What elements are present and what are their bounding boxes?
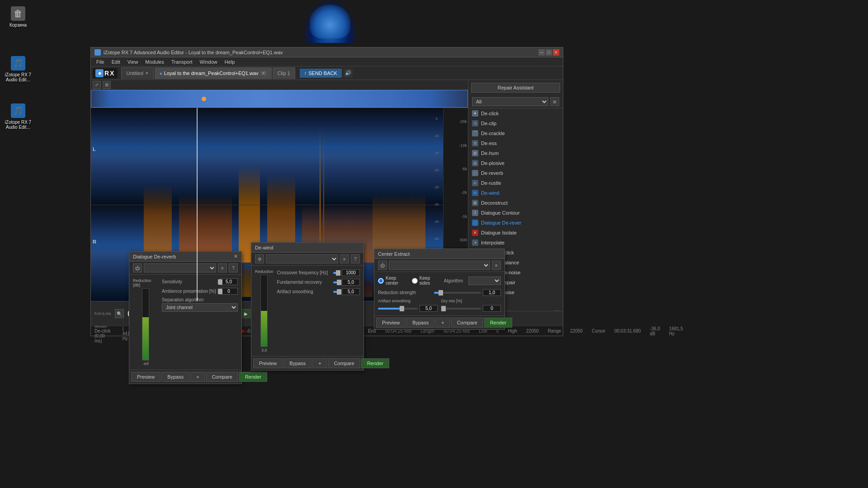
ce-artifact-slider[interactable] bbox=[378, 308, 418, 310]
ddr-help-button[interactable]: ? bbox=[229, 263, 238, 272]
module-item-interpolate[interactable]: ⌖ Interpolate bbox=[468, 238, 563, 248]
ce-artifact-value[interactable]: 5,0 bbox=[420, 305, 438, 312]
ce-reduction-value[interactable]: 1,0 bbox=[483, 289, 501, 296]
play-button[interactable]: ▶ bbox=[241, 309, 250, 318]
dw-crossover-thumb[interactable] bbox=[336, 270, 340, 276]
tool-time[interactable]: ⊞ bbox=[103, 81, 111, 89]
dw-crossover-value[interactable]: 1000 bbox=[342, 269, 360, 276]
zoom-tool[interactable]: 🔍 bbox=[115, 309, 124, 318]
ddr-preset-select[interactable] bbox=[144, 263, 216, 272]
dw-artifact-thumb[interactable] bbox=[337, 289, 341, 295]
module-item-dialogue-de-rever[interactable]: ◌ Dialogue De-rever bbox=[468, 218, 563, 228]
ddr-add-button[interactable]: + bbox=[190, 372, 205, 382]
menu-edit[interactable]: Edit bbox=[108, 58, 124, 66]
module-item-de-ess[interactable]: S De-ess bbox=[468, 138, 563, 148]
ddr-render-button[interactable]: Render bbox=[239, 372, 267, 382]
ce-algorithm-select[interactable] bbox=[468, 277, 501, 285]
dw-add-button[interactable]: + bbox=[312, 358, 327, 368]
ce-render-button[interactable]: Render bbox=[484, 318, 512, 328]
module-item-de-click[interactable]: ✦ De-click bbox=[468, 108, 563, 118]
close-button[interactable]: ✕ bbox=[553, 49, 559, 56]
module-item-deconstruct[interactable]: ⊞ Deconstruct bbox=[468, 198, 563, 208]
ce-compare-button[interactable]: Compare bbox=[451, 318, 483, 328]
de-clip-label: De-clip bbox=[481, 121, 496, 126]
ddr-menu-button[interactable]: ≡ bbox=[218, 263, 227, 272]
tab-clip1[interactable]: Clip 1 bbox=[273, 67, 295, 79]
tool-select[interactable]: ⤢ bbox=[93, 81, 101, 89]
minimize-button[interactable]: ─ bbox=[538, 49, 545, 56]
menu-window[interactable]: Window bbox=[196, 58, 221, 66]
module-item-de-crackle[interactable]: ⌒ De-crackle bbox=[468, 128, 563, 138]
dw-bypass-button[interactable]: Bypass bbox=[283, 358, 311, 368]
ddr-power-button[interactable]: ⏻ bbox=[133, 263, 142, 272]
dw-menu-button[interactable]: ≡ bbox=[340, 254, 349, 263]
repair-assistant-button[interactable]: Repair Assistant bbox=[471, 83, 560, 93]
tab-untitled[interactable]: Untitled ✕ bbox=[121, 67, 153, 79]
module-filter-select[interactable]: All bbox=[472, 97, 548, 106]
ce-reduction-slider[interactable] bbox=[434, 292, 481, 294]
menu-transport[interactable]: Transport bbox=[168, 58, 196, 66]
module-item-de-hum[interactable]: ⊘ De-hum bbox=[468, 148, 563, 158]
dw-fundamental-slider[interactable] bbox=[333, 282, 340, 283]
ce-drymix-thumb[interactable] bbox=[441, 306, 446, 311]
dw-preset-select[interactable] bbox=[266, 254, 338, 263]
ce-menu-button[interactable]: ≡ bbox=[492, 261, 501, 270]
dw-preview-button[interactable]: Preview bbox=[253, 358, 283, 368]
ddr-sensitivity-value[interactable]: 5,0 bbox=[220, 278, 238, 285]
ce-add-button[interactable]: + bbox=[435, 318, 450, 328]
ddr-preview-button[interactable]: Preview bbox=[131, 372, 160, 382]
restore-button[interactable]: □ bbox=[546, 49, 552, 56]
de-wind-icon: ≋ bbox=[472, 190, 478, 196]
tab-loyal-extra[interactable]: ✕ bbox=[260, 71, 267, 75]
ddr-ambience-thumb[interactable] bbox=[218, 289, 222, 294]
ce-preview-button[interactable]: Preview bbox=[376, 318, 406, 328]
ddr-sensitivity-thumb[interactable] bbox=[218, 279, 222, 285]
dw-fundamental-thumb[interactable] bbox=[337, 280, 341, 285]
ddr-ambience-value[interactable]: 0 bbox=[220, 288, 238, 295]
overview-waveform[interactable] bbox=[91, 90, 468, 108]
ce-keep-center-radio[interactable] bbox=[378, 278, 384, 284]
ddr-separation-select[interactable]: Joint channel bbox=[162, 303, 238, 312]
module-item-dialogue-contour[interactable]: ⌇ Dialogue Contour bbox=[468, 208, 563, 218]
ce-bottom-params: Artifact smoothing 5,0 Dry mix [%] bbox=[378, 299, 501, 312]
ce-artifact-thumb[interactable] bbox=[400, 306, 404, 311]
menu-file[interactable]: File bbox=[93, 58, 108, 66]
ddr-compare-button[interactable]: Compare bbox=[206, 372, 238, 382]
tab-loyal[interactable]: ● Loyal to the dream_PeakControl+EQ1.wav… bbox=[155, 67, 272, 79]
ce-keep-sides-radio[interactable] bbox=[412, 278, 418, 284]
ce-drymix-value[interactable]: 0 bbox=[483, 305, 501, 312]
ddr-bypass-button[interactable]: Bypass bbox=[161, 372, 189, 382]
ce-reduction-thumb[interactable] bbox=[439, 290, 443, 296]
module-list-menu[interactable]: ≡ bbox=[550, 97, 559, 106]
desktop-icon-rx7-1[interactable]: 🎵 iZotope RX 7Audio Edit... bbox=[2, 54, 34, 84]
dw-fundamental-value[interactable]: 5,0 bbox=[342, 279, 360, 286]
ce-power-button[interactable]: ⏻ bbox=[378, 261, 387, 270]
ce-drymix-slider-row: 0 bbox=[441, 305, 501, 312]
desktop-icon-rx7-2[interactable]: 🎵 iZotope RX 7Audio Edit... bbox=[2, 102, 34, 131]
module-item-dialogue-isolate[interactable]: ✕ Dialogue Isolate bbox=[468, 228, 563, 238]
dw-crossover-slider[interactable] bbox=[333, 272, 340, 274]
tab-untitled-close[interactable]: ✕ bbox=[145, 71, 149, 75]
module-item-de-clip[interactable]: ⌗ De-clip bbox=[468, 118, 563, 128]
rx-text: RX bbox=[104, 70, 115, 77]
dw-artifact-value[interactable]: 5,0 bbox=[342, 288, 360, 295]
module-item-de-wind[interactable]: ≋ De-wind bbox=[468, 188, 563, 198]
desktop-icon-recycle[interactable]: 🗑 Корзина bbox=[2, 5, 34, 29]
send-back-button[interactable]: ↑ SEND BACK bbox=[300, 69, 342, 78]
module-item-de-plosive[interactable]: ◎ De-plosive bbox=[468, 158, 563, 168]
ce-drymix-slider[interactable] bbox=[441, 308, 481, 310]
dialogue-de-reverb-close[interactable]: ✕ bbox=[234, 253, 238, 259]
ce-preset-select[interactable] bbox=[389, 261, 490, 270]
dw-compare-button[interactable]: Compare bbox=[328, 358, 360, 368]
speaker-icon[interactable]: 🔊 bbox=[344, 69, 353, 78]
ce-bypass-button[interactable]: Bypass bbox=[406, 318, 434, 328]
module-item-de-rustle[interactable]: ≈ De-rustle bbox=[468, 178, 563, 188]
dw-render-button[interactable]: Render bbox=[361, 358, 389, 368]
dw-help-button[interactable]: ? bbox=[351, 254, 360, 263]
module-item-de-reverb[interactable]: ◌ De-reverb bbox=[468, 168, 563, 178]
dw-artifact-slider[interactable] bbox=[333, 291, 340, 293]
menu-help[interactable]: Help bbox=[221, 58, 239, 66]
menu-modules[interactable]: Modules bbox=[142, 58, 168, 66]
dw-settings-button[interactable]: ⚙ bbox=[255, 254, 264, 263]
menu-view[interactable]: View bbox=[124, 58, 142, 66]
